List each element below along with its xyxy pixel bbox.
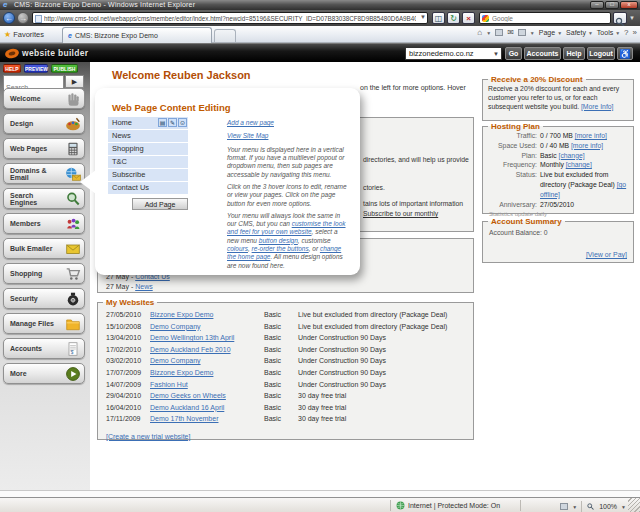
sidebar-search-button[interactable]: ▶ — [65, 75, 84, 88]
add-new-page-link[interactable]: Add a new page — [227, 119, 349, 127]
chevron-more-icon[interactable]: » — [633, 28, 637, 37]
select-mode-icon[interactable] — [560, 503, 568, 510]
print-dropdown-icon[interactable]: ▼ — [530, 30, 535, 36]
reorder-buttons-link[interactable]: re-order the buttons — [252, 245, 309, 252]
website-row: 13/04/2010Demo Wellington 13th AprilBasi… — [98, 332, 473, 344]
website-link[interactable]: Demo Geeks on Wheels — [150, 392, 226, 399]
back-button[interactable]: ← — [3, 12, 15, 24]
sidebar-item-web-pages[interactable]: Web Pages — [3, 138, 85, 159]
page-item-contact-us[interactable]: Contact Us — [108, 182, 188, 194]
sidebar-item-accounts[interactable]: Accounts $ — [3, 338, 85, 359]
tab-cms[interactable]: eCMS: Bizzone Expo Demo — [62, 27, 212, 43]
compatibility-view-button[interactable]: ◫ — [432, 12, 445, 24]
web-search-input[interactable] — [492, 13, 604, 23]
popup-title: Web Page Content Editing — [112, 102, 231, 113]
safety-menu[interactable]: Safety ▼ — [566, 29, 593, 36]
zoom-level[interactable]: 100% — [599, 503, 617, 510]
domain-select[interactable]: bizzonedemo.co.nz▼ — [405, 47, 502, 60]
sidebar-item-manage-files[interactable]: Manage Files — [3, 313, 85, 334]
view-site-map-link[interactable]: View Site Map — [227, 132, 349, 140]
refresh-button[interactable]: ↻ — [447, 12, 460, 24]
sidebar-item-bulk-emailer[interactable]: Bulk Emailer — [3, 238, 85, 259]
sidebar-item-design[interactable]: Design — [3, 113, 85, 134]
page-menu[interactable]: Page ▼ — [539, 29, 562, 36]
minimize-button[interactable]: – — [590, 1, 604, 9]
close-button[interactable]: x — [620, 1, 638, 9]
home-icon[interactable]: ⌂ — [477, 28, 482, 37]
search-dropdown-icon[interactable]: ▼ — [629, 15, 635, 21]
discount-legend: Receive a 20% Discount — [488, 75, 586, 84]
search-go-button[interactable] — [613, 12, 627, 24]
change-link[interactable]: [change] — [559, 152, 585, 159]
page-item-subscribe[interactable]: Subscribe — [108, 169, 188, 181]
home-dropdown-icon[interactable]: ▼ — [486, 30, 491, 36]
view-or-pay-link[interactable]: [View or Pay] — [586, 251, 627, 258]
help-button[interactable]: Help — [563, 47, 585, 60]
sidebar-item-security[interactable]: Security — [3, 288, 85, 309]
my-websites-panel: My Websites 27/05/2010Bizzone Expo DemoB… — [97, 298, 474, 440]
favorites-bar: ★Favorites eCMS: Bizzone Expo Demo ⌂▼ ✉ … — [0, 26, 640, 43]
sidebar-item-shopping[interactable]: Shopping — [3, 263, 85, 284]
hosting-row: Status:Live but excluded from directory … — [483, 170, 633, 199]
url-dropdown-icon[interactable]: ▼ — [420, 14, 426, 20]
view-page-icon[interactable]: ▤ — [158, 118, 167, 127]
sidebar-item-more[interactable]: More — [3, 363, 85, 384]
website-link[interactable]: Demo Company — [150, 323, 201, 330]
create-trial-website-link[interactable]: [Create a new trial website] — [106, 433, 190, 440]
website-link[interactable]: Bizzone Expo Demo — [150, 369, 213, 376]
sidebar-item-members[interactable]: Members — [3, 213, 85, 234]
more-info-link[interactable]: [more info] — [571, 142, 603, 149]
page-item-news[interactable]: News — [108, 130, 188, 142]
read-mail-icon[interactable]: ✉ — [507, 28, 514, 37]
sidebar-publish-button[interactable]: PUBLISH — [51, 64, 78, 73]
website-link[interactable]: Bizzone Expo Demo — [150, 311, 213, 318]
website-link[interactable]: Demo Auckland Feb 2010 — [150, 346, 231, 353]
website-link[interactable]: Fashion Hut — [150, 381, 188, 388]
divider — [520, 500, 521, 511]
sidebar-help-button[interactable]: HELP — [3, 64, 21, 73]
maximize-button[interactable]: □ — [605, 1, 619, 9]
edit-page-icon[interactable]: ✎ — [168, 118, 177, 127]
forward-button[interactable]: → — [17, 12, 29, 24]
sidebar-item-domains-email[interactable]: Domains & Email — [3, 163, 85, 184]
tools-menu[interactable]: Tools ▼ — [597, 29, 620, 36]
url-input[interactable] — [44, 13, 416, 23]
page-item-shopping[interactable]: Shopping — [108, 143, 188, 155]
accessibility-icon[interactable]: ♿ — [617, 47, 633, 60]
subscribe-monthly-link[interactable]: Subscribe to our monthly — [363, 210, 438, 217]
news-link-news[interactable]: News — [135, 283, 153, 290]
button-design-link[interactable]: button design — [259, 237, 298, 244]
logout-button[interactable]: Logout — [587, 47, 615, 60]
sidebar-item-welcome[interactable]: Welcome — [3, 88, 85, 109]
add-page-button[interactable]: Add Page — [132, 198, 188, 210]
feeds-icon[interactable] — [495, 29, 503, 36]
ie-help-icon[interactable]: ? — [624, 28, 628, 37]
globe-mail-icon — [65, 166, 81, 182]
change-link[interactable]: [change] — [566, 161, 592, 168]
palette-icon — [65, 116, 81, 132]
website-row: 15/10/2008Demo CompanyBasicLive but excl… — [98, 321, 473, 333]
page-item-tc[interactable]: T&C — [108, 156, 188, 168]
website-link[interactable]: Demo Auckland 16 April — [150, 404, 224, 411]
new-tab-stub[interactable] — [214, 29, 236, 42]
website-link[interactable]: Demo 17th November — [150, 415, 218, 422]
rename-page-icon[interactable]: ⊙ — [178, 118, 187, 127]
website-link[interactable]: Demo Wellington 13th April — [150, 334, 234, 341]
hosting-plan-panel: Hosting Plan Traffic:0 / 700 MB [more in… — [482, 122, 634, 214]
chevron-down-icon[interactable]: ▼ — [572, 504, 577, 510]
page-item-home[interactable]: Home ▤✎⊙ — [108, 117, 188, 129]
more-info-link[interactable]: [more info] — [575, 132, 607, 139]
magnifier-icon — [65, 191, 81, 207]
print-icon[interactable] — [518, 29, 526, 36]
svg-text:$: $ — [71, 350, 74, 355]
accounts-button[interactable]: Accounts — [524, 47, 561, 60]
favorites-button[interactable]: ★Favorites — [2, 28, 58, 41]
more-info-link[interactable]: [More Info] — [581, 103, 614, 110]
colours-link[interactable]: colours — [227, 245, 248, 252]
go-button[interactable]: Go — [505, 47, 522, 60]
website-link[interactable]: Demo Company — [150, 357, 201, 364]
sidebar-preview-button[interactable]: PREVIEW — [24, 64, 48, 73]
sidebar-item-search-engines[interactable]: Search Engines — [3, 188, 85, 209]
stop-button[interactable]: × — [462, 12, 475, 24]
zoom-dropdown-icon[interactable]: ▼ — [621, 504, 626, 510]
